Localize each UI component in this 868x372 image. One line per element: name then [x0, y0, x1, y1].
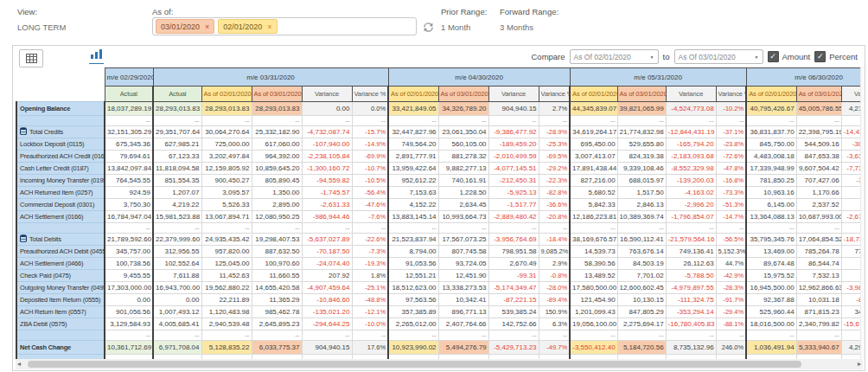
- table-cell: 781,850.25: [746, 175, 796, 187]
- table-row: Outgoing Money Transfer (0495)17,303,000…: [16, 282, 863, 294]
- chip-remove-icon[interactable]: ×: [267, 22, 271, 31]
- table-cell: 1,007,493.12: [153, 306, 201, 318]
- date-chip-text: 03/01/2020: [161, 22, 200, 31]
- scrollbar-thumb[interactable]: [28, 361, 801, 368]
- table-row: Incoming Money Transfer (0195)764,545.55…: [16, 175, 863, 187]
- amount-checkbox[interactable]: ✓: [768, 51, 779, 62]
- column-header: Variance: [666, 87, 716, 102]
- table-cell: 627,985.21: [153, 138, 201, 151]
- table-cell: -9,386,477.92: [488, 126, 539, 138]
- table-cell: 6,033,775.37: [252, 341, 302, 355]
- table-cell: -19.3%: [352, 258, 388, 270]
- table-cell: -94,559.82: [302, 175, 352, 187]
- percent-checkbox[interactable]: ✓: [814, 51, 826, 62]
- table-cell: --: [252, 116, 302, 126]
- table-cell: 91,053.56: [388, 258, 438, 270]
- table-cell: 19,056,100.00: [570, 318, 617, 330]
- table-cell: --: [302, 330, 352, 341]
- chip-remove-icon[interactable]: ×: [205, 22, 209, 31]
- table-cell: --: [252, 330, 302, 341]
- table-cell: -5,925.13: [488, 187, 539, 199]
- grid-view-button[interactable]: [19, 49, 43, 67]
- table-cell: -48.8%: [352, 294, 388, 306]
- table-cell: -294,644.25: [302, 318, 352, 330]
- table-cell: -2,238,105.84: [302, 151, 352, 163]
- table-cell: -25.1%: [352, 282, 388, 294]
- table-cell: 142,752.66: [488, 318, 539, 330]
- table-cell: --: [539, 116, 570, 126]
- table-cell: -70,187.50: [302, 246, 352, 258]
- table-cell: -165,794.20: [666, 138, 716, 151]
- table-cell: 15,981,523.88: [153, 211, 201, 223]
- table-cell: 896,771.13: [438, 306, 488, 318]
- table-cell: 5,526.33: [201, 199, 252, 211]
- table-cell: 3,202,497.84: [201, 151, 252, 163]
- table-cell: --: [438, 330, 488, 341]
- table-cell: 8,735,132.96: [666, 341, 716, 355]
- compare-to-select[interactable]: As Of 03/01/2020 ▼: [674, 49, 763, 64]
- table-cell: 35,795,345.76: [746, 234, 796, 246]
- table-cell: 763,676.14: [617, 246, 666, 258]
- table-cell: 21,523,837.94: [388, 234, 438, 246]
- column-header: As of 02/01/2020: [570, 87, 617, 102]
- table-cell: 3,129,584.93: [105, 318, 153, 330]
- table-cell: 617,060.00: [252, 138, 302, 151]
- table-cell: -91.7%: [716, 294, 746, 306]
- table-cell: 1,228.50: [438, 187, 488, 199]
- table-cell: 2,265,012.00: [388, 318, 438, 330]
- view-field: View: LONG TERM: [17, 7, 66, 32]
- table-cell: 5,128,835.22: [201, 341, 252, 355]
- bar-chart-icon: [91, 47, 102, 62]
- table-cell: 12,159,805.92: [201, 163, 252, 175]
- date-chip[interactable]: 03/01/2020 ×: [156, 19, 214, 34]
- table-cell: 5,333,940.67: [796, 341, 841, 355]
- table-cell: 2,407,764.66: [438, 318, 488, 330]
- table-cell: 904,940.15: [302, 341, 352, 355]
- table-cell: 29,351,707.64: [153, 126, 201, 138]
- row-label: Incoming Money Transfer (0195): [16, 175, 105, 187]
- table-cell: 1,350.00: [252, 187, 302, 199]
- table-cell: --: [539, 223, 570, 234]
- table-cell: --: [352, 223, 388, 234]
- table-cell: --: [746, 116, 796, 126]
- table-cell: 12,551.21: [388, 270, 438, 282]
- table-cell: -0.8%: [539, 270, 570, 282]
- compare-from-select[interactable]: As Of 02/01/2020 ▼: [570, 49, 659, 64]
- column-group-header: m/e 03/31/2020: [153, 68, 388, 87]
- refresh-icon[interactable]: [423, 21, 435, 33]
- scroll-left-icon[interactable]: ◂: [17, 359, 21, 369]
- table-cell: 805,890.45: [252, 175, 302, 187]
- table-cell: 2,940,539.48: [201, 318, 252, 330]
- table-cell: -28.0%: [539, 282, 570, 294]
- as-of-input[interactable]: 03/01/2020 × 02/01/2020 ×: [152, 17, 417, 35]
- table-cell: 97,563.56: [388, 294, 438, 306]
- table-row: ----------------------------------: [16, 223, 863, 234]
- table-cell: 695,450.00: [570, 138, 617, 151]
- prior-range-label: Prior Range:: [441, 7, 487, 16]
- table-cell: 207.92: [302, 270, 352, 282]
- table-cell: 92,367.88: [746, 294, 796, 306]
- table-cell: 785,264.78: [796, 246, 841, 258]
- table-cell: 7,532.13: [796, 270, 841, 282]
- table-cell: 13,364,088.13: [746, 211, 796, 223]
- chart-view-button[interactable]: [89, 51, 104, 64]
- table-cell: 32,151,305.29: [105, 126, 153, 138]
- table-row: Lockbox Deposit (0115)675,345.36627,985.…: [16, 138, 863, 151]
- grid-icon: [26, 51, 37, 67]
- horizontal-scrollbar[interactable]: ◂ ▸: [16, 359, 863, 369]
- table-cell: 121,454.90: [570, 294, 617, 306]
- table-cell: 11,660.55: [252, 270, 302, 282]
- vertical-scrollbar[interactable]: [860, 67, 865, 361]
- table-cell: 12,186,223.81: [570, 211, 617, 223]
- date-chip[interactable]: 02/01/2020 ×: [218, 19, 277, 34]
- table-cell: 13,842,097.84: [105, 163, 153, 175]
- table-cell: 17,339,948.99: [746, 163, 796, 175]
- table-cell: 560,105.00: [438, 138, 488, 151]
- column-header: Actual: [105, 87, 153, 102]
- table-cell: 827,216.00: [570, 175, 617, 187]
- table-cell: 16,590,112.41: [617, 234, 666, 246]
- table-cell: --: [488, 330, 539, 341]
- table-cell: --: [716, 223, 746, 234]
- table-cell: -47.6%: [352, 199, 388, 211]
- percent-option: ✓ Percent: [814, 51, 858, 62]
